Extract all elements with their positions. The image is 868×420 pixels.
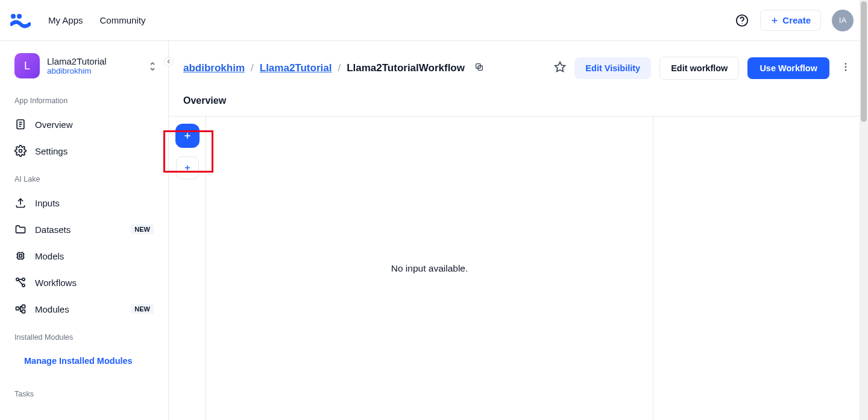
section-installed-modules: Installed Modules xyxy=(0,322,168,348)
svg-point-10 xyxy=(19,150,22,153)
content-header: abdibrokhim / Llama2Tutorial / Llama2Tut… xyxy=(169,41,868,95)
svg-rect-12 xyxy=(17,253,24,259)
section-app-info: App Information xyxy=(0,86,168,111)
star-button[interactable] xyxy=(554,61,566,75)
brand-logo[interactable] xyxy=(10,10,31,31)
sidebar-item-label: Inputs xyxy=(35,198,60,208)
sidebar-item-settings[interactable]: Settings xyxy=(0,138,168,164)
section-tasks: Tasks xyxy=(0,374,168,404)
edit-visibility-button[interactable]: Edit Visibility xyxy=(574,57,651,79)
sidebar-item-label: Workflows xyxy=(35,278,77,288)
switcher-toggle[interactable] xyxy=(148,60,157,75)
sidebar-item-label: Modules xyxy=(35,304,69,314)
app-icon: L xyxy=(14,53,40,78)
body-row: L Llama2Tutorial abdibrokhim App Informa… xyxy=(0,41,868,420)
plus-icon xyxy=(770,16,779,25)
top-header: My Apps Community Create IA xyxy=(0,0,868,41)
new-badge: NEW xyxy=(131,304,154,314)
app-meta: Llama2Tutorial abdibrokhim xyxy=(47,56,107,75)
svg-point-33 xyxy=(845,69,847,71)
gear-icon xyxy=(14,145,27,157)
chevron-up-down-icon xyxy=(148,60,157,72)
network-icon xyxy=(14,276,27,288)
header-actions: Edit Visibility Edit workflow Use Workfl… xyxy=(554,57,854,80)
collapse-sidebar-button[interactable] xyxy=(164,57,174,66)
svg-point-32 xyxy=(845,66,847,68)
plus-icon xyxy=(183,164,192,172)
add-node-outline-button[interactable] xyxy=(176,156,199,179)
canvas-rail xyxy=(169,116,206,420)
chevron-left-icon xyxy=(166,59,172,65)
sidebar-item-inputs[interactable]: Inputs xyxy=(0,189,168,216)
copy-button[interactable] xyxy=(474,62,484,75)
svg-point-0 xyxy=(11,14,16,19)
section-ai-lake: AI Lake xyxy=(0,164,168,189)
scrollbar-thumb[interactable] xyxy=(861,1,867,122)
breadcrumb-user[interactable]: abdibrokhim xyxy=(183,62,245,74)
nav-community[interactable]: Community xyxy=(100,15,146,25)
sidebar-item-datasets[interactable]: Datasets NEW xyxy=(0,216,168,243)
add-node-button[interactable] xyxy=(175,124,200,148)
breadcrumb-current: Llama2TutorialWorkflow xyxy=(347,62,465,74)
sidebar-item-label: Settings xyxy=(35,146,68,156)
help-icon xyxy=(735,14,749,27)
manage-installed-modules-link[interactable]: Manage Installed Modules xyxy=(0,348,168,374)
app-title: Llama2Tutorial xyxy=(47,56,107,66)
canvas-main: No input available. xyxy=(206,116,653,420)
svg-point-31 xyxy=(845,63,847,65)
create-button[interactable]: Create xyxy=(760,10,821,31)
top-nav: My Apps Community xyxy=(48,15,145,25)
breadcrumb: abdibrokhim / Llama2Tutorial / Llama2Tut… xyxy=(183,62,484,75)
sidebar-item-modules[interactable]: Modules NEW xyxy=(0,296,168,322)
canvas-right-panel xyxy=(653,116,868,420)
scrollbar[interactable] xyxy=(860,0,868,420)
logo-icon xyxy=(10,13,31,28)
help-button[interactable] xyxy=(735,13,749,28)
empty-state-text: No input available. xyxy=(391,263,468,274)
main: abdibrokhim / Llama2Tutorial / Llama2Tut… xyxy=(169,41,868,420)
more-menu-button[interactable] xyxy=(838,59,854,77)
more-vertical-icon xyxy=(840,62,851,72)
module-icon xyxy=(14,303,27,315)
edit-workflow-button[interactable]: Edit workflow xyxy=(659,57,739,80)
canvas-row: No input available. xyxy=(169,116,868,420)
sidebar-item-overview[interactable]: Overview xyxy=(0,111,168,138)
chip-icon xyxy=(14,250,27,262)
app-switcher[interactable]: L Llama2Tutorial abdibrokhim xyxy=(0,53,168,86)
sidebar-item-models[interactable]: Models xyxy=(0,243,168,269)
star-icon xyxy=(554,61,566,73)
svg-point-23 xyxy=(22,278,25,281)
sidebar-item-label: Datasets xyxy=(35,224,71,235)
svg-rect-26 xyxy=(22,305,25,308)
plus-icon xyxy=(183,131,192,141)
svg-rect-25 xyxy=(16,307,19,310)
svg-rect-13 xyxy=(19,255,22,257)
breadcrumb-project[interactable]: Llama2Tutorial xyxy=(260,62,332,74)
app-user-link[interactable]: abdibrokhim xyxy=(47,66,107,75)
folder-icon xyxy=(14,223,27,235)
document-icon xyxy=(14,118,27,130)
avatar[interactable]: IA xyxy=(832,10,854,31)
svg-point-1 xyxy=(17,14,22,19)
svg-point-3 xyxy=(742,23,743,24)
upload-icon xyxy=(14,197,27,209)
svg-rect-27 xyxy=(22,310,25,313)
header-right: Create IA xyxy=(735,10,854,31)
new-badge: NEW xyxy=(131,224,154,234)
sidebar: L Llama2Tutorial abdibrokhim App Informa… xyxy=(0,41,169,420)
use-workflow-button[interactable]: Use Workflow xyxy=(747,57,829,79)
breadcrumb-separator: / xyxy=(338,62,341,74)
sidebar-item-workflows[interactable]: Workflows xyxy=(0,269,168,296)
svg-marker-30 xyxy=(555,62,565,72)
sidebar-item-label: Overview xyxy=(35,119,73,130)
copy-icon xyxy=(474,62,484,72)
create-label: Create xyxy=(782,15,811,25)
nav-my-apps[interactable]: My Apps xyxy=(48,15,83,25)
breadcrumb-separator: / xyxy=(251,62,254,74)
sidebar-item-label: Models xyxy=(35,251,64,261)
section-title: Overview xyxy=(169,95,868,116)
